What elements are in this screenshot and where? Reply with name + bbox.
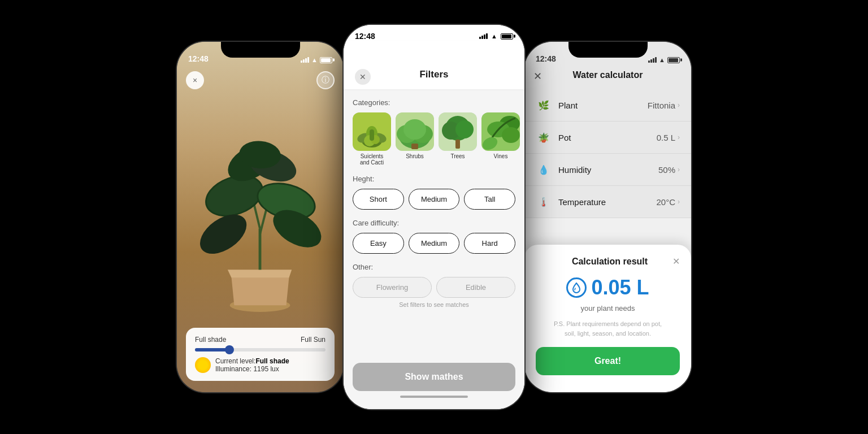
slider-thumb: [225, 345, 234, 354]
water-row-pot[interactable]: 🪴 Pot 0.5 L ›: [524, 121, 691, 154]
close-button[interactable]: ×: [186, 71, 204, 89]
water-row-temperature[interactable]: 🌡️ Temperature 20°C ›: [524, 186, 691, 218]
height-medium-button[interactable]: Medium: [409, 189, 460, 210]
current-level-row: Current level:Full shade Illuminance: 11…: [195, 357, 326, 373]
height-tall-button[interactable]: Tall: [464, 189, 515, 210]
humidity-icon: 💧: [536, 162, 552, 177]
care-hard-button[interactable]: Hard: [464, 233, 515, 254]
care-section: Care difficulty: Easy Medium Hard: [353, 219, 515, 254]
phone1-notch: [221, 42, 300, 58]
phone1-time: 12:48: [188, 54, 209, 63]
categories-label: Categories:: [353, 98, 515, 107]
other-flowering-button[interactable]: Flowering: [353, 277, 432, 298]
phone3-time: 12:48: [536, 54, 556, 63]
care-easy-button[interactable]: Easy: [353, 233, 404, 254]
category-vines-label: Vines: [494, 153, 508, 159]
illuminance-value: 1195 lux: [253, 365, 279, 373]
phone3-frame: 12:48 ▲ ✕ Water calculato: [524, 42, 691, 392]
category-trees-img: [439, 112, 477, 151]
category-shrubs-img: [396, 112, 434, 151]
category-trees-label: Trees: [450, 153, 465, 159]
temperature-label: Temperature: [558, 197, 656, 207]
other-buttons: Flowering Edible: [353, 277, 515, 298]
wifi-icon: ▲: [311, 57, 318, 63]
category-vines-img: [481, 112, 520, 151]
svg-point-30: [455, 120, 474, 138]
plant-svg: [177, 64, 344, 327]
illuminance-label: Illuminance:: [215, 365, 251, 373]
water-row-humidity[interactable]: 💧 Humidity 50% ›: [524, 154, 691, 186]
home-indicator: [400, 396, 468, 398]
other-label: Other:: [353, 263, 515, 271]
calc-result-title: Calculation result: [547, 257, 672, 267]
water-close-button[interactable]: ✕: [533, 70, 542, 83]
signal-icon: [648, 57, 657, 63]
wifi-icon: ▲: [659, 57, 665, 63]
light-label-right: Full Sun: [301, 336, 326, 344]
svg-rect-20: [370, 129, 374, 141]
phone1-content: 12:48 ▲: [177, 42, 344, 392]
battery-icon: [320, 57, 332, 63]
height-section: Heght: Short Medium Tall: [353, 175, 515, 210]
water-amount-display: 0.05 L: [536, 276, 680, 300]
vines-svg: [481, 112, 520, 151]
svg-point-25: [403, 119, 426, 140]
light-label-left: Full shade: [195, 336, 226, 344]
svg-rect-31: [455, 140, 460, 149]
chevron-icon: ›: [678, 133, 680, 141]
pot-label: Pot: [558, 133, 657, 142]
humidity-label: Humidity: [558, 165, 658, 175]
sun-icon: [195, 357, 211, 373]
phone1-frame: 12:48 ▲: [177, 42, 344, 392]
plant-label: Plant: [558, 101, 648, 110]
water-row-plant[interactable]: 🌿 Plant Fittonia ›: [524, 89, 691, 121]
chevron-icon: ›: [678, 166, 680, 173]
water-drop-icon: [571, 282, 582, 293]
level-text: Current level:Full shade Illuminance: 11…: [215, 357, 289, 373]
current-level-prefix: Current level:: [215, 357, 255, 365]
filters-close-button[interactable]: ✕: [355, 69, 371, 85]
water-amount-icon: [566, 277, 587, 298]
height-short-button[interactable]: Short: [353, 189, 404, 210]
filters-footer: Show mathes: [344, 356, 524, 409]
wifi-icon: ▲: [491, 33, 497, 40]
water-rows: 🌿 Plant Fittonia › 🪴 Pot 0.5 L › 💧 Humid…: [524, 89, 691, 218]
category-vines[interactable]: Vines: [481, 112, 520, 166]
category-shrubs[interactable]: Shrubs: [396, 112, 434, 166]
close-icon: ✕: [359, 72, 366, 81]
phone3-notch: [568, 42, 648, 58]
categories-grid: Suiclentsand Cacti: [353, 112, 515, 166]
great-button[interactable]: Great!: [536, 347, 680, 375]
slider-fill: [195, 348, 228, 351]
category-trees[interactable]: Trees: [439, 112, 477, 166]
light-card: Full shade Full Sun Current level:Full s…: [186, 328, 335, 381]
pot-icon: 🪴: [536, 129, 552, 145]
humidity-value: 50% ›: [658, 165, 680, 175]
chevron-icon: ›: [678, 101, 680, 109]
set-filters-note: Set filters to see matches: [353, 301, 515, 308]
calc-close-button[interactable]: ✕: [672, 256, 680, 267]
your-plant-needs-label: your plant needs: [536, 304, 680, 313]
plant-icon: 🌿: [536, 97, 552, 113]
svg-line-37: [575, 288, 575, 290]
other-edible-button[interactable]: Edible: [436, 277, 515, 298]
pot-value: 0.5 L ›: [657, 133, 680, 142]
shrubs-svg: [396, 112, 434, 151]
phone1-status-icons: ▲: [301, 57, 332, 63]
filters-header: ✕ Filters: [344, 41, 524, 89]
category-succulents[interactable]: Suiclentsand Cacti: [353, 112, 391, 166]
phone3-status-icons: ▲: [648, 57, 680, 63]
light-slider[interactable]: [195, 348, 326, 351]
signal-icon: [301, 57, 309, 63]
water-calc-title: Water calculator: [573, 70, 643, 80]
category-shrubs-label: Shrubs: [406, 153, 424, 159]
phone3-content: 12:48 ▲ ✕ Water calculato: [524, 42, 691, 392]
phone2-time: 12:48: [355, 32, 375, 41]
show-matches-button[interactable]: Show mathes: [353, 363, 515, 391]
info-button[interactable]: ⓘ: [316, 71, 335, 89]
signal-icon: [479, 33, 488, 39]
trees-svg: [439, 112, 477, 151]
temperature-value: 20°C ›: [656, 197, 680, 207]
care-medium-button[interactable]: Medium: [409, 233, 460, 254]
filters-body: Categories:: [344, 89, 524, 356]
